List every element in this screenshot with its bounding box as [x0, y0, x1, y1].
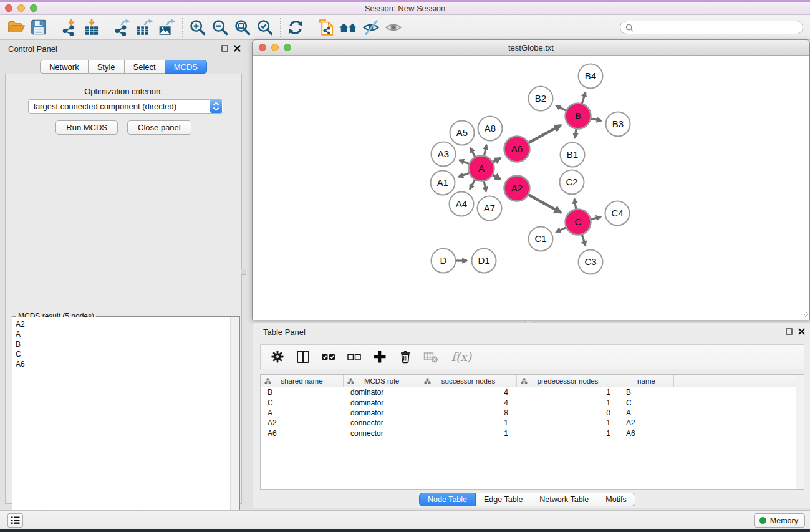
tab-network-table[interactable]: Network Table: [531, 493, 597, 506]
trash-icon: [397, 349, 413, 365]
eye-slash-icon: [362, 19, 380, 36]
table-cell: C: [619, 399, 674, 407]
graph-edge-A6-B[interactable]: [527, 125, 561, 143]
export-image-icon: [158, 19, 176, 36]
mcds-result-item[interactable]: A6: [16, 359, 230, 369]
toolbar-separator: [54, 18, 54, 37]
column-header-label: MCDS role: [364, 377, 399, 385]
show-tasks-button[interactable]: [7, 513, 23, 528]
node-table-body: Bdominator41BCdominator41CAdominator80AA…: [261, 387, 804, 438]
hierarchy-icon: [521, 378, 528, 385]
control-panel-title: Control Panel: [8, 44, 57, 54]
memory-label: Memory: [770, 516, 798, 525]
network-window-title: testGlobe.txt: [253, 43, 809, 52]
zoom-in-icon: [188, 19, 207, 36]
network-window-titlebar[interactable]: testGlobe.txt: [253, 40, 809, 56]
unselect-all-columns-button[interactable]: [345, 348, 363, 365]
criterion-selected-value: largest connected component (directed): [29, 102, 210, 111]
graph-node-label: C: [575, 216, 582, 227]
window-resize-grip-icon[interactable]: [801, 311, 808, 318]
close-panel-button[interactable]: Close panel: [127, 120, 191, 135]
tab-mcds[interactable]: MCDS: [165, 60, 207, 74]
zoom-selected-button[interactable]: [254, 17, 276, 37]
open-folder-icon: [7, 19, 26, 36]
toolbar-search-field[interactable]: [620, 21, 803, 34]
select-all-columns-button[interactable]: [320, 348, 337, 365]
import-table-button[interactable]: [80, 17, 103, 37]
float-panel-icon[interactable]: [221, 45, 228, 52]
table-row[interactable]: A2connector11A2: [261, 418, 804, 428]
fx-icon: f(x): [451, 350, 472, 364]
column-header-successor-nodes[interactable]: successor nodes: [420, 375, 517, 387]
show-graphics-details-button[interactable]: [382, 17, 405, 37]
tab-node-table[interactable]: Node Table: [419, 493, 476, 506]
table-row[interactable]: Bdominator41B: [261, 387, 804, 397]
column-header-name[interactable]: name: [619, 375, 674, 387]
tab-network[interactable]: Network: [40, 60, 89, 74]
criterion-select[interactable]: largest connected component (directed): [28, 99, 223, 114]
export-network-button[interactable]: [111, 17, 133, 37]
graph-node-label: A5: [456, 127, 468, 138]
tab-edge-table[interactable]: Edge Table: [476, 493, 531, 506]
table-scrollbar[interactable]: [796, 375, 804, 489]
table-cell: dominator: [344, 388, 420, 397]
application-window: Session: New Session: [0, 0, 810, 532]
table-row[interactable]: A6connector11A6: [261, 428, 804, 438]
export-table-button[interactable]: [133, 17, 156, 37]
network-canvas[interactable]: B4B2BB3A8A5A6A3B1AA1C2A2A4A7C4CC1C3DD1: [253, 56, 809, 320]
mcds-result-item[interactable]: B: [16, 339, 230, 349]
import-network-button[interactable]: [58, 17, 80, 37]
hierarchy-icon: [347, 378, 354, 385]
create-column-button[interactable]: [371, 348, 388, 365]
column-header-shared-name[interactable]: shared name: [261, 375, 344, 387]
delete-column-button[interactable]: [397, 348, 414, 365]
column-header-MCDS-role[interactable]: MCDS role: [344, 375, 420, 387]
zoom-out-button[interactable]: [209, 17, 231, 37]
zoom-fit-icon: [233, 19, 252, 36]
table-cell: 1: [517, 418, 619, 427]
close-panel-icon[interactable]: [798, 328, 805, 335]
mcds-result-item[interactable]: A: [16, 329, 230, 339]
function-builder-button[interactable]: f(x): [448, 348, 475, 365]
column-header-predecessor-nodes[interactable]: predecessor nodes: [517, 375, 619, 387]
run-mcds-button[interactable]: Run MCDS: [55, 120, 118, 135]
refresh-icon: [286, 19, 305, 36]
mcds-result-item[interactable]: A2: [16, 319, 230, 329]
zoom-in-button[interactable]: [186, 17, 209, 37]
zoom-fit-button[interactable]: [231, 17, 254, 37]
close-panel-icon[interactable]: [234, 45, 241, 52]
mcds-result-scrollbar[interactable]: [230, 317, 239, 528]
graph-node-label: C2: [566, 177, 577, 187]
show-columns-button[interactable]: [294, 348, 312, 365]
mcds-result-list[interactable]: A2ABCA6: [13, 317, 230, 528]
checked-checkboxes-icon: [321, 349, 337, 365]
graph-edge-A2-C[interactable]: [527, 194, 561, 213]
search-input[interactable]: [634, 23, 790, 32]
export-image-button[interactable]: [156, 17, 178, 37]
delete-table-button[interactable]: [422, 348, 440, 365]
graph-node-label: C4: [611, 208, 623, 218]
refresh-layout-button[interactable]: [284, 17, 307, 37]
table-panel-tabs: Node TableEdge TableNetwork TableMotifs: [419, 493, 635, 506]
tab-select[interactable]: Select: [125, 60, 165, 74]
delete-table-icon: [423, 349, 439, 365]
table-settings-button[interactable]: [269, 348, 286, 365]
tab-motifs[interactable]: Motifs: [597, 493, 635, 506]
table-cell: A6: [619, 429, 674, 438]
hierarchy-icon: [424, 378, 431, 385]
save-session-button[interactable]: [27, 17, 50, 37]
panel-splitter-grip[interactable]: [241, 269, 246, 275]
memory-button[interactable]: Memory: [754, 513, 805, 528]
show-network-overview-button[interactable]: [337, 17, 360, 37]
new-session-from-network-button[interactable]: [315, 17, 337, 37]
table-row[interactable]: Adominator80A: [261, 408, 804, 418]
open-session-button[interactable]: [5, 17, 27, 37]
column-header-label: successor nodes: [441, 377, 495, 385]
float-panel-icon[interactable]: [786, 328, 793, 335]
tab-style[interactable]: Style: [89, 60, 125, 74]
main-area: Control Panel NetworkStyleSelectMCDS Opt…: [0, 40, 810, 510]
mcds-result-item[interactable]: C: [16, 349, 230, 359]
table-row[interactable]: Cdominator41C: [261, 397, 804, 407]
hide-graphics-details-button[interactable]: [360, 17, 382, 37]
import-table-icon: [82, 19, 101, 36]
